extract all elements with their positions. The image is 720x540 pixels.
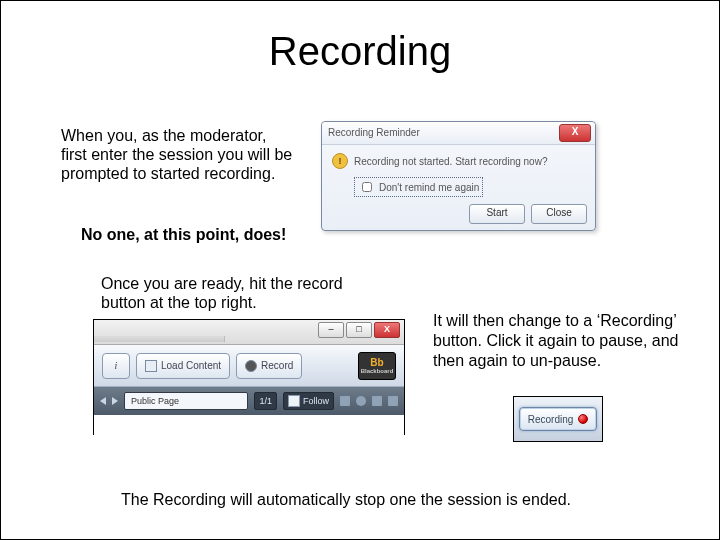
load-content-icon [145,360,157,372]
record-button[interactable]: Record [236,353,302,379]
dialog-title-text: Recording Reminder [328,127,420,138]
load-content-label: Load Content [161,360,221,371]
dont-remind-checkbox[interactable] [362,182,372,192]
toolbar-screenshot: – □ X i Load Content Record Bb Blackboar… [93,319,405,435]
record-icon [245,360,257,372]
recording-reminder-dialog: Recording Reminder X ! Recording not sta… [321,121,596,231]
logo-sub: Blackboard [361,368,394,374]
info-icon: i [115,360,118,371]
blackboard-logo: Bb Blackboard [358,352,396,380]
titlebar-edge [94,336,225,342]
page-nav-bar: Public Page 1/1 Follow [94,387,404,415]
dialog-button-row: Start Close [469,204,587,224]
logo-main: Bb [370,358,383,368]
follow-checkbox-icon [288,395,300,407]
window-controls: – □ X [318,322,400,338]
recording-button-label: Recording [528,414,574,425]
follow-toggle[interactable]: Follow [283,392,334,410]
tool-icon-1[interactable] [340,396,350,406]
intro-paragraph: When you, as the moderator, first enter … [61,126,296,184]
window-close-button[interactable]: X [374,322,400,338]
next-page-icon[interactable] [112,397,118,405]
slide: Recording When you, as the moderator, fi… [0,0,720,540]
window-titlebar: – □ X [94,320,404,345]
load-content-button[interactable]: Load Content [136,353,230,379]
dont-remind-row[interactable]: Don't remind me again [354,177,483,197]
start-button[interactable]: Start [469,204,525,224]
minimize-button[interactable]: – [318,322,344,338]
page-name-field[interactable]: Public Page [124,392,248,410]
record-label: Record [261,360,293,371]
page-counter-chip: 1/1 [254,392,277,410]
autostop-paragraph: The Recording will automatically stop on… [121,491,681,509]
close-button[interactable]: Close [531,204,587,224]
page-counter: 1/1 [259,396,272,406]
once-ready-paragraph: Once you are ready, hit the record butto… [101,274,361,312]
dialog-message-text: Recording not started. Start recording n… [354,156,547,167]
toolbar-bottom-gap [94,415,404,435]
dialog-message-row: ! Recording not started. Start recording… [332,153,585,169]
warning-icon: ! [332,153,348,169]
recording-button[interactable]: Recording [519,407,598,431]
change-paragraph: It will then change to a ‘Recording’ but… [433,311,693,371]
follow-label: Follow [303,396,329,406]
info-button[interactable]: i [102,353,130,379]
dialog-body: ! Recording not started. Start recording… [322,145,595,205]
dialog-close-button[interactable]: X [559,124,591,142]
tool-icon-2[interactable] [356,396,366,406]
maximize-button[interactable]: □ [346,322,372,338]
recording-button-screenshot: Recording [513,396,603,442]
page-title: Recording [1,29,719,74]
emphasis-note: No one, at this point, does! [81,226,286,244]
recording-dot-icon [578,414,588,424]
main-toolbar: i Load Content Record Bb Blackboard [94,345,404,387]
prev-page-icon[interactable] [100,397,106,405]
dont-remind-label: Don't remind me again [379,182,479,193]
dialog-titlebar: Recording Reminder X [322,122,595,145]
tool-icon-4[interactable] [388,396,398,406]
tool-icon-3[interactable] [372,396,382,406]
